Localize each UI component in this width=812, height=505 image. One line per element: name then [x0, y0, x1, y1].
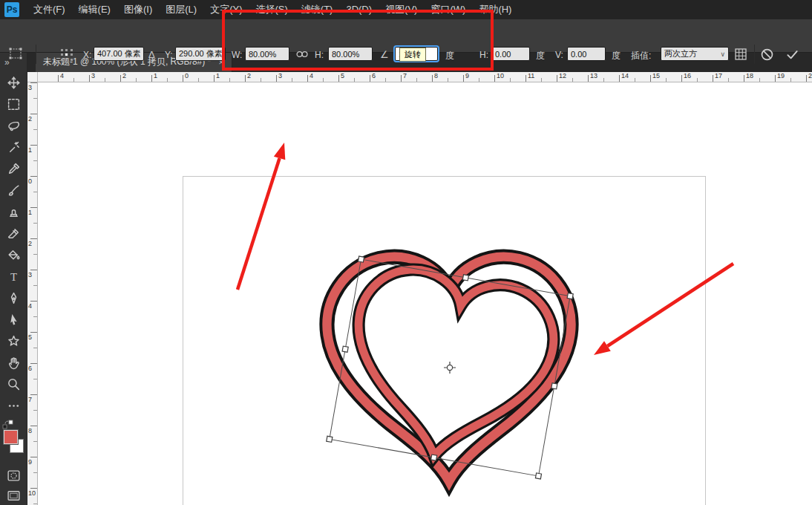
- menu-item-0[interactable]: 文件(F): [27, 0, 72, 19]
- x-input[interactable]: [94, 47, 144, 61]
- lasso-tool[interactable]: [0, 115, 27, 137]
- transform-handle-bottom-center[interactable]: [431, 454, 437, 460]
- magic-wand-tool[interactable]: [0, 137, 27, 158]
- cancel-transform-icon[interactable]: [760, 48, 774, 62]
- brush-tool[interactable]: [0, 180, 27, 201]
- transform-handle-top-right[interactable]: [567, 293, 573, 299]
- link-aspect-icon[interactable]: [295, 50, 309, 58]
- transform-handle-top-left[interactable]: [358, 256, 364, 262]
- ruler-tick: [759, 78, 760, 82]
- width-input[interactable]: [245, 47, 289, 61]
- height-input[interactable]: [328, 47, 373, 61]
- transform-handle-bottom-right[interactable]: [535, 473, 541, 479]
- ruler-number: 18: [746, 72, 753, 79]
- hand-tool[interactable]: [0, 352, 27, 374]
- ruler-number: 6: [372, 72, 376, 79]
- menu-item-5[interactable]: 选择(S): [249, 0, 294, 19]
- rectangular-marquee-tool[interactable]: [0, 94, 27, 115]
- reference-point-grid[interactable]: [61, 49, 73, 62]
- path-selection-tool[interactable]: [0, 309, 27, 330]
- ruler-number: 3: [278, 72, 282, 79]
- canvas[interactable]: [183, 176, 706, 505]
- width-label: W:: [232, 50, 242, 60]
- transform-handle-middle-left[interactable]: [342, 346, 348, 352]
- move-tool[interactable]: [0, 72, 27, 94]
- ruler-tick: [292, 78, 292, 82]
- ruler-tick: [525, 75, 526, 82]
- y-input[interactable]: [175, 47, 226, 61]
- ruler-tick: [73, 78, 74, 82]
- menu-item-9[interactable]: 窗口(W): [424, 0, 472, 19]
- ruler-tick: [151, 75, 152, 82]
- menu-item-6[interactable]: 滤镜(T): [295, 0, 340, 19]
- current-tool-icon[interactable]: [7, 47, 25, 62]
- relative-position-icon[interactable]: Δ: [148, 49, 155, 60]
- ruler-tick: [385, 78, 386, 82]
- interpolation-dropdown[interactable]: 两次立方 ∨: [661, 47, 729, 61]
- menu-item-1[interactable]: 编辑(E): [72, 0, 117, 19]
- menu-item-3[interactable]: 图层(L): [159, 0, 203, 19]
- ruler-tick: [30, 457, 37, 457]
- more-tools[interactable]: [0, 395, 27, 417]
- ruler-tick: [354, 78, 355, 82]
- clone-stamp-tool[interactable]: [0, 201, 27, 223]
- type-tool[interactable]: T: [0, 266, 27, 287]
- screen-mode-icon[interactable]: [7, 489, 21, 503]
- ruler-number: 13: [590, 72, 597, 79]
- ruler-number: 12: [559, 72, 566, 79]
- ruler-tick: [401, 75, 402, 82]
- zoom-tool[interactable]: [0, 374, 27, 395]
- menu-item-10[interactable]: 帮助(H): [472, 0, 518, 19]
- ruler-number: 2: [247, 72, 251, 79]
- ruler-tick: [338, 75, 339, 82]
- skew-h-input[interactable]: [491, 47, 530, 61]
- menu-item-2[interactable]: 图像(I): [117, 0, 159, 19]
- eraser-tool[interactable]: [0, 223, 27, 244]
- tools-panel: » T: [0, 52, 27, 505]
- ruler-number: 4: [310, 72, 313, 79]
- ruler-tick: [494, 75, 495, 82]
- ruler-tick: [33, 441, 37, 442]
- ruler-tick: [89, 75, 90, 82]
- menu-item-8[interactable]: 视图(V): [379, 0, 424, 19]
- pen-tool[interactable]: [0, 287, 27, 309]
- menu-item-4[interactable]: 文字(Y): [203, 0, 249, 19]
- quick-mask-icon[interactable]: [7, 469, 21, 483]
- transform-handle-middle-right[interactable]: [551, 383, 557, 389]
- ruler-number: 4: [28, 302, 32, 310]
- paint-bucket-tool[interactable]: [0, 244, 27, 266]
- ruler-number: 7: [28, 396, 32, 403]
- ruler-tick: [697, 78, 698, 82]
- ruler-tick: [33, 254, 37, 255]
- menu-item-7[interactable]: 3D(D): [339, 0, 379, 19]
- skew-v-input[interactable]: [567, 47, 606, 61]
- ruler-tick: [33, 316, 37, 317]
- ruler-number: 9: [28, 458, 32, 466]
- ruler-tick: [650, 75, 651, 82]
- ruler-tick: [557, 75, 557, 82]
- skew-v-unit-label: 度: [612, 50, 621, 62]
- switch-colors-icon[interactable]: [2, 420, 14, 429]
- separator: [36, 45, 36, 64]
- ruler-tick: [245, 75, 246, 82]
- ruler-tick: [30, 145, 37, 146]
- commit-transform-icon[interactable]: [785, 48, 799, 62]
- ruler-tick: [229, 78, 230, 82]
- ruler-number: 1: [154, 72, 157, 79]
- warp-mode-toggle-icon[interactable]: [733, 47, 748, 62]
- ruler-number: 15: [652, 72, 660, 79]
- eyedropper-tool[interactable]: [0, 158, 27, 180]
- ruler-tick: [416, 78, 417, 82]
- ruler-number: 10: [497, 72, 504, 79]
- ruler-number: 2: [28, 115, 32, 123]
- ruler-tick: [276, 75, 277, 82]
- ruler-tick: [120, 75, 121, 82]
- ruler-tick: [806, 75, 807, 82]
- custom-shape-tool[interactable]: [0, 330, 27, 352]
- transform-handle-top-center[interactable]: [462, 275, 468, 281]
- foreground-color-swatch[interactable]: [4, 430, 18, 444]
- transform-handle-bottom-left[interactable]: [327, 436, 333, 442]
- ruler-number: 3: [28, 84, 32, 91]
- ruler-tick: [30, 207, 37, 208]
- ruler-tick: [33, 192, 37, 192]
